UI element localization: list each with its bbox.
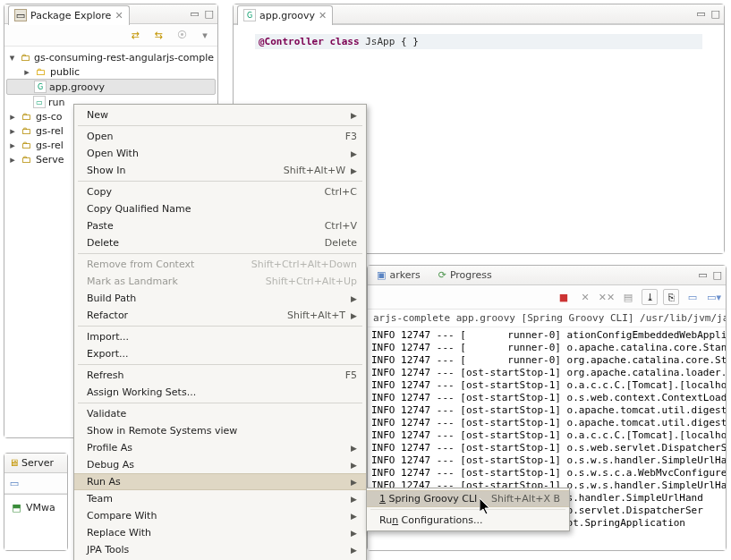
folder-item[interactable]: ▸ 🗀 public	[6, 64, 216, 79]
console-line: INFO 12747 --- [ost-startStop-1] org.apa…	[371, 367, 722, 379]
groovy-file-icon: G	[34, 81, 47, 93]
servers-tab[interactable]: 🖥 Server	[7, 457, 55, 469]
twist-closed-icon[interactable]: ▸	[22, 66, 31, 78]
menu-item-shortcut: F3	[345, 131, 357, 142]
close-icon[interactable]: ✕	[319, 10, 327, 21]
menu-item-assign-working-sets[interactable]: Assign Working Sets...	[74, 384, 366, 401]
menu-item-label: Copy	[87, 186, 112, 198]
submenu-arrow-icon: ▶	[351, 311, 357, 320]
menu-item-replace-with[interactable]: Replace With▶	[74, 524, 366, 541]
menu-item-label: Team	[87, 493, 113, 505]
menu-item-show-in[interactable]: Show InShift+Alt+W▶	[74, 162, 366, 179]
menu-item-delete[interactable]: DeleteDelete	[74, 234, 366, 251]
servers-tabrow: 🖥 Server	[4, 454, 67, 473]
console-line: INFO 12747 --- [ost-startStop-1] o.s.w.s…	[371, 467, 722, 479]
maximize-icon[interactable]: □	[713, 269, 722, 281]
editor-tab-label: app.groovy	[259, 10, 315, 21]
menu-item-label: Show In	[87, 165, 125, 176]
servers-body[interactable]: ⬒ VMwa	[4, 494, 67, 550]
new-server-icon[interactable]: ▭	[7, 476, 21, 490]
menu-item-label: Compare With	[87, 510, 157, 522]
submenu-arrow-icon: ▶	[351, 294, 357, 303]
console-line: INFO 12747 --- [ runner-0] ationConfigEm…	[371, 329, 722, 342]
menu-item-open[interactable]: OpenF3	[74, 128, 366, 145]
menu-item-open-with[interactable]: Open With▶	[74, 145, 366, 162]
server-item[interactable]: ⬒ VMwa	[8, 500, 64, 514]
project-folder-icon: 🗀	[20, 124, 33, 137]
view-controls: ▭ □	[696, 8, 720, 20]
project-item[interactable]: ▾ 🗀 gs-consuming-rest-angularjs-comple	[6, 50, 216, 64]
server-icon: 🖥	[9, 457, 19, 469]
menu-item-team[interactable]: Team▶	[74, 490, 366, 507]
menu-item-remove-from-context: Remove from ContextShift+Ctrl+Alt+Down	[74, 256, 366, 273]
progress-tab[interactable]: ⟳ Progress	[433, 267, 497, 283]
twist-closed-icon[interactable]: ▸	[8, 125, 17, 137]
package-icon: ▭	[14, 9, 27, 21]
minimize-icon[interactable]: ▭	[698, 269, 707, 281]
menu-item-import[interactable]: Import...	[74, 328, 366, 345]
scroll-lock-icon[interactable]: ⤓	[642, 289, 658, 305]
menu-item-paste[interactable]: PasteCtrl+V	[74, 217, 366, 234]
console-line: INFO 12747 --- [ost-startStop-1] o.a.c.c…	[371, 429, 722, 442]
menu-item-show-in-remote-systems-view[interactable]: Show in Remote Systems view	[74, 422, 366, 439]
minimize-icon[interactable]: ▭	[696, 8, 705, 20]
menu-item-shortcut: Ctrl+V	[325, 220, 357, 232]
pin-console-icon[interactable]: ⎘	[663, 289, 679, 305]
clear-console-icon[interactable]: ▤	[620, 289, 636, 305]
context-menu[interactable]: New▶OpenF3Open With▶Show InShift+Alt+W▶C…	[73, 104, 367, 560]
file-item[interactable]: G app.groovy	[6, 79, 216, 95]
link-with-editor-icon[interactable]: ⇆	[151, 28, 166, 42]
menu-item-profile-as[interactable]: Profile As▶	[74, 439, 366, 456]
menu-item-refresh[interactable]: RefreshF5	[74, 367, 366, 384]
maximize-icon[interactable]: □	[205, 8, 214, 20]
twist-closed-icon[interactable]: ▸	[8, 111, 17, 123]
menu-item-validate[interactable]: Validate	[74, 405, 366, 422]
collapse-all-icon[interactable]: ⇄	[128, 28, 142, 42]
menu-item-debug-as[interactable]: Debug As▶	[74, 456, 366, 473]
console-tabrow: ▣ arkers ⟳ Progress ▭ □	[368, 266, 726, 285]
menu-item-copy[interactable]: CopyCtrl+C	[74, 183, 366, 200]
minimize-icon[interactable]: ▭	[190, 8, 199, 20]
submenu-item-run-configurations[interactable]: Run Configurations...	[367, 512, 569, 529]
display-selected-icon[interactable]: ▭	[684, 289, 701, 305]
close-icon[interactable]: ✕	[115, 10, 123, 21]
menu-item-shortcut: Shift+Ctrl+Alt+Down	[251, 259, 357, 270]
menu-item-jpa-tools[interactable]: JPA Tools▶	[74, 541, 366, 558]
maximize-icon[interactable]: □	[711, 8, 720, 20]
remove-launch-icon[interactable]: ✕	[577, 289, 593, 305]
console-line: INFO 12747 --- [ost-startStop-1] o.a.c.c…	[371, 379, 722, 392]
menu-item-run-as[interactable]: Run As▶	[74, 473, 366, 490]
terminate-icon[interactable]: ■	[556, 289, 572, 305]
explorer-tab[interactable]: ▭ Package Explore ✕	[8, 5, 130, 25]
explorer-tabrow: ▭ Package Explore ✕ ▭ □	[4, 4, 217, 24]
twist-open-icon[interactable]: ▾	[8, 52, 16, 64]
console-line: INFO 12747 --- [ost-startStop-1] o.s.w.s…	[371, 454, 722, 467]
markers-tab[interactable]: ▣ arkers	[371, 267, 426, 283]
menu-item-export[interactable]: Export...	[74, 345, 366, 362]
focus-icon[interactable]: ⦿	[174, 28, 189, 42]
project-label: gs-rel	[36, 125, 64, 137]
servers-view: 🖥 Server ▭ ⬒ VMwa	[4, 453, 68, 551]
run-as-submenu[interactable]: 1 Spring Groovy CLIShift+Alt+X BRun Conf…	[366, 488, 570, 531]
menu-item-copy-qualified-name[interactable]: Copy Qualified Name	[74, 200, 366, 217]
twist-closed-icon[interactable]: ▸	[8, 154, 17, 165]
menu-item-refactor[interactable]: RefactorShift+Alt+T▶	[74, 307, 366, 324]
console-line: INFO 12747 --- [ost-startStop-1] o.apach…	[371, 417, 722, 429]
submenu-arrow-icon: ▶	[351, 461, 357, 470]
menu-item-new[interactable]: New▶	[74, 106, 366, 123]
submenu-arrow-icon: ▶	[351, 166, 357, 175]
menu-item-compare-with[interactable]: Compare With▶	[74, 507, 366, 524]
menu-item-label: Delete	[87, 237, 119, 249]
open-console-icon[interactable]: ▭▾	[706, 289, 722, 305]
remove-all-icon[interactable]: ✕✕	[599, 289, 615, 305]
editor-tab[interactable]: G app.groovy ✕	[237, 5, 333, 25]
submenu-item-1-spring-groovy-cli[interactable]: 1 Spring Groovy CLIShift+Alt+X B	[367, 490, 569, 507]
twist-closed-icon[interactable]: ▸	[8, 140, 17, 151]
console-title: arjs-complete app.groovy [Spring Groovy …	[368, 310, 726, 327]
code-line[interactable]: @Controller class JsApp { }	[255, 34, 702, 49]
submenu-arrow-icon: ▶	[351, 495, 357, 504]
view-menu-icon[interactable]: ▾	[198, 28, 212, 42]
menu-item-label: Assign Working Sets...	[87, 386, 196, 398]
submenu-item-label: 1 Spring Groovy CLI	[379, 493, 477, 505]
menu-item-build-path[interactable]: Build Path▶	[74, 290, 366, 307]
